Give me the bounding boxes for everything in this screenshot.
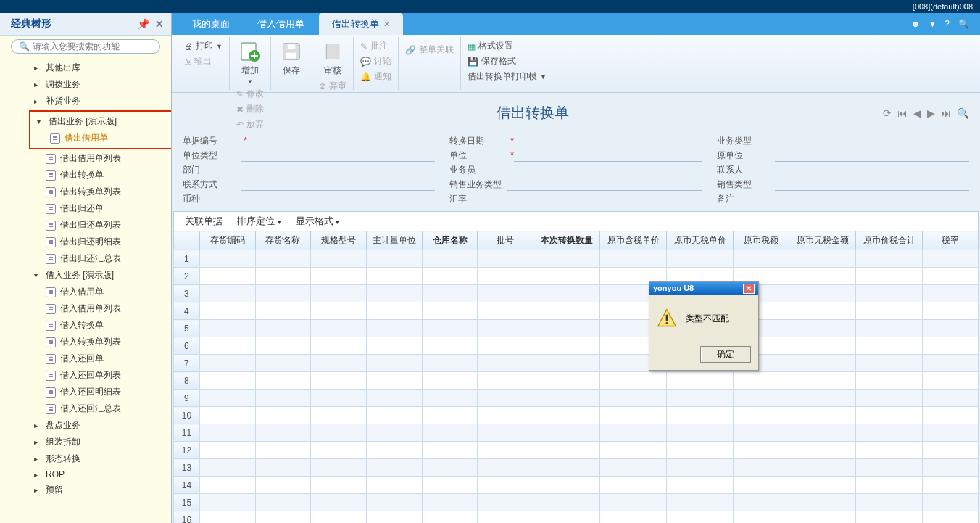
tree-lend-in-return-sum[interactable]: 借入还回汇总表 [42, 400, 171, 417]
prev-icon[interactable]: ◀ [913, 107, 921, 119]
print-button[interactable]: 🖨打印 ▼ [182, 38, 225, 54]
tree-lend-out[interactable]: ▾借出业务 [演示版] [33, 113, 170, 130]
col-c5[interactable]: 仓库名称 [422, 231, 478, 250]
sales-type-field[interactable] [775, 178, 969, 191]
discuss-button[interactable]: 💬讨论 [358, 54, 394, 69]
biz-type-field[interactable] [775, 134, 969, 147]
tree-reserve[interactable]: ▸预留 [30, 482, 171, 498]
bill-no-field[interactable] [247, 134, 436, 147]
col-c8[interactable]: 原币含税单价 [600, 231, 667, 250]
format-set-button[interactable]: ▦格式设置 [465, 38, 549, 54]
tree-lend-in-bill-list[interactable]: 借入借用单列表 [42, 300, 171, 317]
col-c7[interactable]: 本次转换数量 [533, 231, 600, 250]
tree-other-out[interactable]: ▸其他出库 [30, 59, 171, 76]
col-c6[interactable]: 批号 [478, 231, 533, 250]
sort-button[interactable]: 排序定位 ▾ [237, 215, 281, 228]
tree-stock-check[interactable]: ▸盘点业务 [30, 417, 171, 434]
tree-lend-in-convert-list[interactable]: 借入转换单列表 [42, 334, 171, 350]
tree-lend-out-return[interactable]: 借出归还单 [42, 200, 171, 217]
pin-icon[interactable]: 📌 [137, 18, 149, 30]
save-button[interactable]: 保存 [275, 38, 307, 78]
tab-desktop[interactable]: 我的桌面 [179, 13, 243, 35]
col-c2[interactable]: 存货名称 [255, 231, 311, 250]
table-row[interactable]: 9 [174, 390, 979, 407]
whole-link-button[interactable]: 🔗整单关联 [403, 42, 456, 57]
search-box[interactable]: 🔍 [11, 39, 160, 54]
add-button[interactable]: 增加▼ [234, 38, 266, 86]
tree-lend-out-return-detail[interactable]: 借出归还明细表 [42, 234, 171, 250]
tree-lend-in-return[interactable]: 借入还回单 [42, 350, 171, 367]
orig-unit-field[interactable] [775, 149, 969, 162]
col-c11[interactable]: 原币无税金额 [789, 231, 856, 250]
last-icon[interactable]: ⏭ [941, 107, 951, 119]
print-template-button[interactable]: 借出转换单打印模 ▼ [465, 69, 549, 84]
dept-field[interactable] [241, 163, 435, 176]
tree-dispatch[interactable]: ▸调拨业务 [30, 76, 171, 93]
note-button[interactable]: ✎批注 [358, 38, 394, 54]
tree-assembly[interactable]: ▸组装拆卸 [30, 434, 171, 450]
tree-lend-in[interactable]: ▾借入业务 [演示版] [30, 267, 171, 284]
tree-lend-in-return-list[interactable]: 借入还回单列表 [42, 367, 171, 384]
notify-button[interactable]: 🔔通知 [358, 69, 394, 84]
tree-lend-out-return-sum[interactable]: 借出归还汇总表 [42, 250, 171, 267]
chevron-down-icon[interactable]: ▼ [929, 20, 936, 28]
contact-way-field[interactable] [241, 178, 435, 191]
tree-lend-in-bill[interactable]: 借入借用单 [42, 284, 171, 300]
data-grid[interactable]: 存货编码 存货名称 规格型号 主计量单位 仓库名称 批号 本次转换数量 原币含税… [173, 231, 979, 523]
table-row[interactable]: 10 [174, 407, 979, 424]
tree-lend-out-convert[interactable]: 借出转换单 [42, 167, 171, 184]
next-icon[interactable]: ▶ [927, 107, 935, 119]
unit-field[interactable] [514, 149, 702, 162]
tree-lend-out-bill-list[interactable]: 借出借用单列表 [42, 150, 171, 167]
table-row[interactable]: 5 [174, 320, 979, 337]
table-row[interactable]: 3 [174, 285, 979, 302]
close-sidebar-icon[interactable]: ✕ [155, 18, 164, 30]
help-icon[interactable]: ? [944, 19, 950, 29]
close-icon[interactable]: ✕ [383, 20, 390, 28]
table-row[interactable]: 16 [174, 511, 979, 524]
remark-field[interactable] [775, 192, 969, 205]
table-row[interactable]: 14 [174, 477, 979, 494]
col-c12[interactable]: 原币价税合计 [856, 231, 923, 250]
search-input[interactable] [33, 41, 152, 52]
table-row[interactable]: 11 [174, 424, 979, 442]
smile-icon[interactable]: ☻ [911, 19, 921, 29]
table-row[interactable]: 7 [174, 355, 979, 372]
output-button[interactable]: ⇲输出 [182, 54, 225, 69]
col-c9[interactable]: 原币无税单价 [667, 231, 734, 250]
contact-field[interactable] [775, 163, 969, 176]
unit-type-field[interactable] [241, 149, 435, 162]
tab-lend-in[interactable]: 借入借用单 [244, 13, 317, 35]
col-c10[interactable]: 原币税额 [734, 231, 789, 250]
tree-lend-in-return-detail[interactable]: 借入还回明细表 [42, 384, 171, 400]
tree-lend-in-convert[interactable]: 借入转换单 [42, 317, 171, 334]
table-row[interactable]: 12 [174, 442, 979, 459]
tree-lend-out-convert-list[interactable]: 借出转换单列表 [42, 184, 171, 200]
first-icon[interactable]: ⏮ [897, 107, 908, 119]
table-row[interactable]: 2 [174, 268, 979, 285]
save-format-button[interactable]: 💾保存格式 [465, 54, 549, 69]
locate-icon[interactable]: 🔍 [957, 107, 969, 119]
table-row[interactable]: 1 [174, 250, 979, 268]
tree-lend-out-bill[interactable]: 借出借用单 [46, 130, 170, 147]
sales-biz-field[interactable] [507, 178, 702, 191]
col-c1[interactable]: 存货编码 [199, 231, 255, 250]
tree-rop[interactable]: ▸ROP [30, 467, 171, 482]
tree-supply[interactable]: ▸补货业务 [30, 93, 171, 110]
col-c3[interactable]: 规格型号 [311, 231, 367, 250]
table-row[interactable]: 4 [174, 302, 979, 320]
tree-lend-out-return-list[interactable]: 借出归还单列表 [42, 217, 171, 234]
table-row[interactable]: 6 [174, 337, 979, 355]
refresh-icon[interactable]: ⟳ [883, 107, 892, 119]
abandon-button[interactable]: ⊘弃审 [317, 78, 349, 94]
col-c4[interactable]: 主计量单位 [366, 231, 422, 250]
salesman-field[interactable] [507, 163, 702, 176]
dialog-close-button[interactable]: ✕ [743, 284, 755, 294]
link-bill-button[interactable]: 关联单据 [185, 215, 223, 228]
conv-date-field[interactable] [514, 134, 702, 147]
search-top-icon[interactable]: 🔍 [958, 19, 969, 29]
tree-form-convert[interactable]: ▸形态转换 [30, 450, 171, 467]
audit-button[interactable]: 审核 [317, 38, 349, 78]
nav-tree[interactable]: ▸其他出库 ▸调拨业务 ▸补货业务 ▾借出业务 [演示版] 借出借用单 借出借用… [0, 57, 171, 523]
table-row[interactable]: 8 [174, 372, 979, 390]
